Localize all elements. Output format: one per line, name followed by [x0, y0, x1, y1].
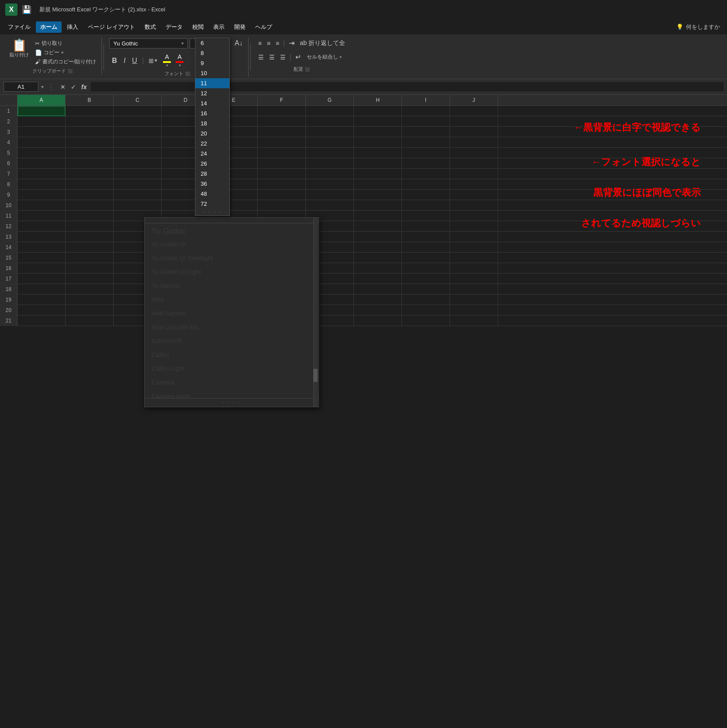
menu-home[interactable]: ホーム [36, 21, 62, 33]
font-scroll-thumb[interactable] [313, 369, 318, 382]
col-header-j[interactable]: J [450, 95, 498, 105]
align-bottom-right-button[interactable]: ☰ [278, 52, 288, 62]
font-name-selector[interactable]: Yu Gothic ▾ [109, 38, 188, 49]
cell-f1[interactable] [258, 106, 306, 116]
save-icon[interactable]: 💾 [22, 5, 31, 14]
font-list[interactable]: Yu Gothic Yu Gothic UI Yu Gothic UI Semi… [145, 223, 318, 398]
col-header-b[interactable]: B [66, 95, 114, 105]
font-size-option-11[interactable]: 11 [195, 78, 229, 88]
menu-file[interactable]: ファイル [3, 21, 35, 33]
row-number-13[interactable]: 13 [0, 232, 17, 242]
align-bottom-center-button[interactable]: ☰ [267, 52, 277, 62]
row-number-3[interactable]: 3 [0, 127, 17, 137]
font-color-button[interactable]: A ▾ [174, 52, 185, 69]
cut-button[interactable]: ✂ 切り取り [33, 39, 98, 48]
font-size-dropdown[interactable]: 6 8 9 10 11 12 14 16 18 20 22 24 26 28 3… [195, 38, 230, 216]
bold-button[interactable]: B [109, 55, 120, 66]
font-list-item-5[interactable]: Arial [145, 293, 318, 307]
format-copy-button[interactable]: 🖌 書式のコピー/貼り付け [33, 58, 98, 66]
formula-input[interactable] [91, 82, 724, 91]
font-size-option-48[interactable]: 48 [195, 189, 229, 199]
formula-fx-button[interactable]: fx [80, 83, 88, 91]
menu-data[interactable]: データ [161, 21, 187, 33]
font-size-option-14[interactable]: 14 [195, 98, 229, 108]
font-size-option-22[interactable]: 22 [195, 139, 229, 149]
underline-button[interactable]: U [129, 55, 140, 66]
font-list-item-8[interactable]: Bahnschrift [145, 334, 318, 348]
font-size-option-72[interactable]: 72 [195, 199, 229, 209]
row-number-16[interactable]: 16 [0, 263, 17, 274]
col-header-c[interactable]: C [114, 95, 162, 105]
align-top-left-button[interactable]: ≡ [256, 38, 264, 48]
cell-c1[interactable] [114, 106, 162, 116]
font-list-item-7[interactable]: Arial Unicode MS [145, 321, 318, 335]
font-size-option-8[interactable]: 8 [195, 48, 229, 58]
font-list-item-10[interactable]: Calibri Light [145, 362, 318, 376]
row-number-10[interactable]: 10 [0, 200, 17, 211]
row-number-11[interactable]: 11 [0, 211, 17, 221]
italic-button[interactable]: I [121, 55, 128, 66]
indent-increase-button[interactable]: ↵ [293, 52, 303, 62]
row-number-15[interactable]: 15 [0, 253, 17, 263]
font-list-item-2[interactable]: Yu Gothic UI Semilight [145, 252, 318, 266]
col-header-h[interactable]: H [354, 95, 402, 105]
merge-cells-button[interactable]: セルを結合し ▾ [304, 52, 344, 62]
font-size-option-18[interactable]: 18 [195, 118, 229, 128]
font-size-option-9[interactable]: 9 [195, 58, 229, 68]
row-number-21[interactable]: 21 [0, 315, 17, 326]
row-number-2[interactable]: 2 [0, 116, 17, 127]
menu-page-layout[interactable]: ページ レイアウト [83, 21, 139, 33]
font-list-item-title[interactable]: Yu Gothic [145, 223, 318, 238]
paste-button[interactable]: 📋 貼り付け [7, 38, 31, 60]
cell-a1[interactable] [17, 106, 66, 116]
font-size-option-20[interactable]: 20 [195, 128, 229, 139]
col-header-f[interactable]: F [258, 95, 306, 105]
font-size-option-26[interactable]: 26 [195, 159, 229, 169]
font-shrink-button[interactable]: A↓ [233, 38, 245, 48]
font-list-item-3[interactable]: Yu Gothic UI Light [145, 265, 318, 279]
font-size-option-6[interactable]: 6 [195, 38, 229, 48]
row-number-7[interactable]: 7 [0, 169, 17, 179]
row-number-4[interactable]: 4 [0, 137, 17, 148]
menu-view[interactable]: 表示 [209, 21, 229, 33]
font-list-item-11[interactable]: Cambria [145, 376, 318, 390]
font-list-item-1[interactable]: Yu Gothic UI [145, 238, 318, 252]
font-size-option-36[interactable]: 36 [195, 179, 229, 189]
formula-confirm-button[interactable]: ✓ [69, 83, 78, 91]
row-number-9[interactable]: 9 [0, 190, 17, 200]
row-number-6[interactable]: 6 [0, 158, 17, 169]
col-header-a[interactable]: A [17, 95, 66, 105]
fill-color-button[interactable]: A ▾ [161, 52, 173, 69]
cell-j1[interactable] [450, 106, 498, 116]
font-size-option-16[interactable]: 16 [195, 108, 229, 118]
search-area[interactable]: 💡 何をしますか [673, 23, 724, 31]
font-list-item-12[interactable]: Cambria Math [145, 390, 318, 398]
menu-help[interactable]: ヘルプ [251, 21, 277, 33]
cell-reference-box[interactable]: A1 [3, 82, 38, 92]
row-number-20[interactable]: 20 [0, 305, 17, 315]
row-number-14[interactable]: 14 [0, 242, 17, 253]
row-number-12[interactable]: 12 [0, 221, 17, 232]
font-size-option-10[interactable]: 10 [195, 68, 229, 78]
col-header-g[interactable]: G [306, 95, 354, 105]
menu-insert[interactable]: 挿入 [62, 21, 83, 33]
row-number-5[interactable]: 5 [0, 148, 17, 158]
cell-g1[interactable] [306, 106, 354, 116]
cell-i1[interactable] [402, 106, 450, 116]
cell-h1[interactable] [354, 106, 402, 116]
font-list-item-6[interactable]: Arial Narrow [145, 307, 318, 321]
row-number-1[interactable]: 1 [0, 106, 17, 116]
menu-review[interactable]: 校閲 [188, 21, 208, 33]
font-dropdown-overlay[interactable]: Yu Gothic Yu Gothic UI Yu Gothic UI Semi… [144, 217, 319, 407]
cell-ref-dropdown[interactable]: ▾ [41, 84, 44, 90]
copy-button[interactable]: 📄 コピー ▾ [33, 49, 98, 57]
border-button[interactable]: ⊞ ▾ [146, 56, 160, 66]
cell-b1[interactable] [66, 106, 114, 116]
font-list-item-4[interactable]: Yu Mincho [145, 279, 318, 293]
menu-formula[interactable]: 数式 [140, 21, 160, 33]
row-number-19[interactable]: 19 [0, 295, 17, 305]
font-size-option-28[interactable]: 28 [195, 169, 229, 179]
wrap-text-btn[interactable]: ab 折り返して全 [298, 38, 347, 49]
align-bottom-left-button[interactable]: ☰ [256, 52, 266, 62]
align-top-center-button[interactable]: ≡ [265, 38, 273, 48]
